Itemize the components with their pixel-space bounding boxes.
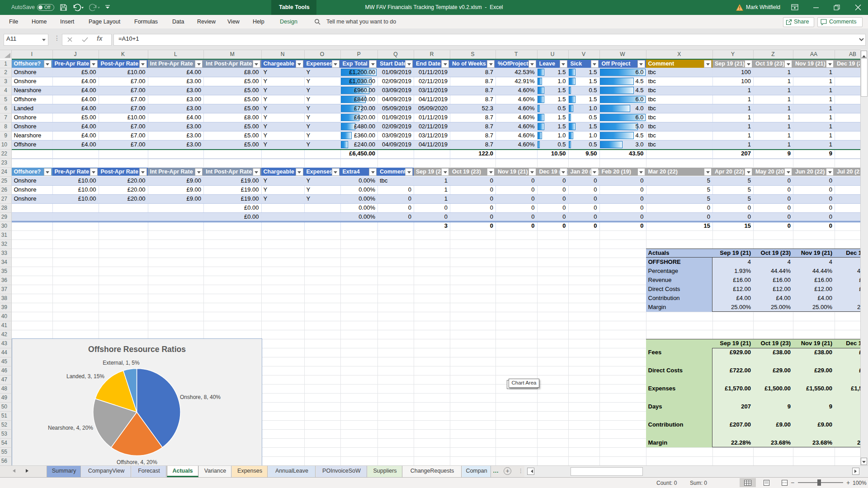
svg-text:Onshore, 8, 40%: Onshore, 8, 40% xyxy=(180,394,221,400)
svg-text:Nearshore, 4, 20%: Nearshore, 4, 20% xyxy=(48,425,93,431)
svg-text:External, 1, 5%: External, 1, 5% xyxy=(103,360,140,366)
svg-text:Offshore Resource Ratios: Offshore Resource Ratios xyxy=(88,345,186,354)
svg-text:Landed, 3, 15%: Landed, 3, 15% xyxy=(66,373,104,380)
svg-text:Offshore, 4, 20%: Offshore, 4, 20% xyxy=(117,459,157,465)
